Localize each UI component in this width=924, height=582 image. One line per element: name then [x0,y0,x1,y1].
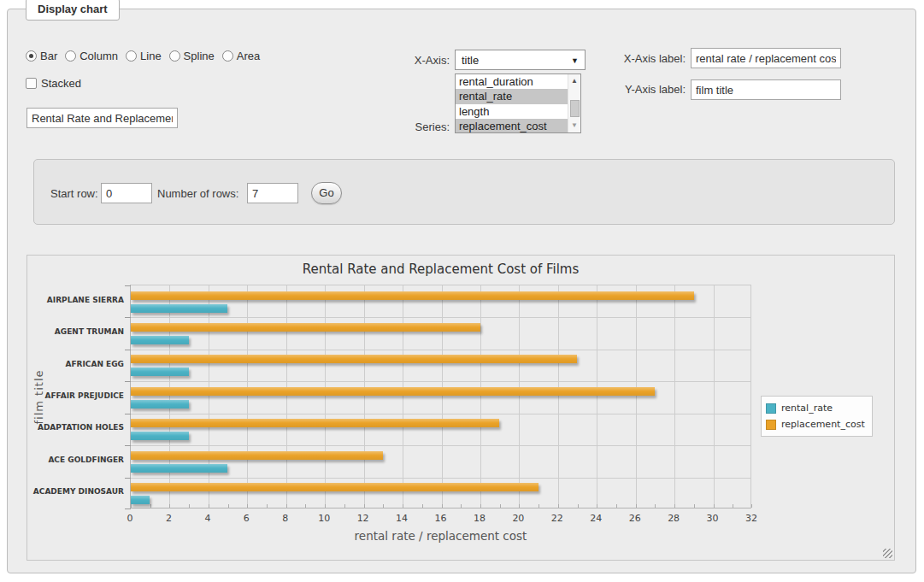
bar-rental_rate [131,400,189,409]
dropdown-arrow-icon: ▼ [571,56,579,65]
xaxis-tick [344,504,345,508]
xaxis-tick [267,504,268,508]
series-scrollbar[interactable]: ▲ ▼ [568,74,580,132]
legend-label: rental_rate [781,403,833,414]
radio-column[interactable] [65,50,76,62]
xaxis-tick [403,504,403,508]
xaxis-tick-label: 8 [268,513,303,524]
scroll-down-icon[interactable]: ▼ [568,120,580,132]
radio-area[interactable] [222,50,233,62]
stacked-label: Stacked [41,77,81,90]
xaxis-select-label: X-Axis: [364,54,450,67]
number-of-rows-input[interactable] [247,183,298,203]
legend-item-replacement_cost: replacement_cost [766,416,865,432]
yaxis-tick [125,285,131,286]
xaxis-tick-label: 6 [229,513,263,524]
xaxis-tick-label: 10 [307,513,341,524]
xaxis-tick-label: 22 [540,513,574,524]
scroll-up-icon[interactable]: ▲ [568,75,580,87]
stacked-checkbox[interactable] [26,78,37,89]
gridline-v [169,285,170,508]
gridline-v [714,285,715,508]
yaxis-tick [125,478,131,479]
series-option-replacement_cost[interactable]: replacement_cost [456,119,568,133]
xaxis-tick-label: 4 [191,513,225,524]
xaxis-tick-label: 30 [696,513,730,524]
bar-replacement_cost [131,451,383,460]
category-label: AIRPLANE SIERRA [27,296,124,304]
bar-sheen [131,304,227,313]
bar-sheen [131,400,189,409]
bar-sheen [131,291,694,300]
yaxis-tick [125,414,131,414]
legend-swatch-replacement_cost [766,420,776,430]
radio-label: Line [140,50,162,62]
gridline-v [286,285,287,508]
xaxis-select[interactable]: title ▼ [455,50,586,70]
gridline-h [131,381,750,382]
radio-spline[interactable] [169,50,180,62]
series-option-length[interactable]: length [456,104,568,119]
start-row-input[interactable] [101,183,152,203]
chart-legend: rental_ratereplacement_cost [761,396,873,437]
resize-handle-icon[interactable] [883,549,892,558]
series-multiselect[interactable]: rental_durationrental_ratelengthreplacem… [455,73,581,133]
bar-rental_rate [131,304,227,313]
series-option-rental_rate[interactable]: rental_rate [456,89,568,103]
xaxis-tick [636,504,637,508]
scrollbar-thumb[interactable] [570,100,580,117]
chart-type-option-spline[interactable]: Spline [169,50,215,62]
chart-type-option-column[interactable]: Column [65,50,118,62]
xaxis-tick [500,504,501,508]
gridline-h [131,414,750,414]
bar-sheen [131,367,189,376]
xaxis-tick-label: 32 [734,513,768,524]
xaxis-tick-label: 18 [462,513,497,524]
yaxis-label-field-label: Y-Axis label: [580,83,686,96]
xaxis-tick-label: 0 [113,513,147,524]
xaxis-tick [733,504,733,508]
gridline-h [131,317,750,318]
xaxis-tick [558,504,559,508]
series-option-rental_duration[interactable]: rental_duration [456,74,568,89]
stacked-checkbox-row[interactable]: Stacked [26,77,81,90]
series-select-label: Series: [364,121,450,133]
xaxis-tick [209,504,209,508]
number-of-rows-label: Number of rows: [157,187,247,200]
xaxis-tick [169,504,170,508]
row-range-panel: Start row: Number of rows: Go [33,159,895,225]
xaxis-tick [286,504,287,508]
panel-legend: Display chart [26,0,120,21]
chart-type-option-bar[interactable]: Bar [26,50,57,62]
xaxis-tick-label: 14 [385,513,419,524]
bar-sheen [131,451,383,460]
legend-swatch-rental_rate [766,403,776,414]
category-label: AGENT TRUMAN [27,327,124,336]
bar-sheen [131,387,655,396]
go-button[interactable]: Go [311,182,342,204]
xaxis-tick-label: 20 [501,513,535,524]
category-label: ACADEMY DINOSAUR [27,487,124,496]
xaxis-tick [655,504,656,508]
xaxis-tick [325,504,326,508]
gridline-v [247,285,248,508]
legend-label: replacement_cost [781,419,865,430]
radio-line[interactable] [126,50,137,62]
chart-title-input[interactable] [26,108,178,128]
yaxis-label-input[interactable] [691,79,841,100]
bar-replacement_cost [131,419,499,427]
chart-type-option-line[interactable]: Line [126,50,162,62]
chart-type-option-area[interactable]: Area [222,50,260,62]
bar-sheen [131,483,539,491]
gridline-v [519,285,520,508]
radio-bar[interactable] [26,50,37,62]
xaxis-tick [228,504,229,508]
xaxis-label-input[interactable] [691,48,841,68]
bar-sheen [131,496,150,504]
xaxis-tick [422,504,423,508]
gridline-v [442,285,443,508]
xaxis-tick [383,504,384,508]
xaxis-tick-label: 16 [424,513,458,524]
bar-sheen [131,432,189,440]
xaxis-tick [714,504,715,508]
